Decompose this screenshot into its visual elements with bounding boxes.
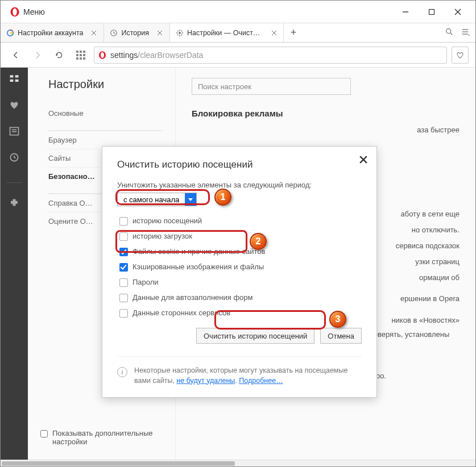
modal-close-button[interactable] (358, 155, 369, 165)
checkbox-empty-icon[interactable] (119, 278, 128, 287)
partial-text: аза быстрее (192, 124, 460, 136)
close-window-button[interactable] (445, 1, 471, 23)
checkbox-empty-icon[interactable] (119, 294, 128, 302)
svg-point-31 (101, 52, 104, 58)
address-text: settings/clearBrowserData (110, 51, 203, 60)
speed-dial-button[interactable] (72, 47, 89, 64)
tab-history[interactable]: История (104, 23, 169, 42)
tab-close-icon[interactable] (156, 29, 164, 37)
period-value: с самого начала (118, 195, 185, 204)
tab-settings-clear[interactable]: Настройки — Очистить и… (170, 23, 284, 42)
reload-button[interactable] (51, 47, 68, 64)
checkbox-checked-icon[interactable] (119, 263, 128, 272)
modal-title: Очистить историю посещений (117, 159, 362, 170)
svg-point-1 (13, 8, 17, 15)
svg-point-23 (446, 28, 451, 33)
adblock-heading: Блокировка рекламы (192, 109, 460, 118)
check-autofill[interactable]: Данные для автозаполнения форм (119, 293, 362, 302)
check-passwords[interactable]: Пароли (119, 278, 362, 287)
checkbox-empty-icon[interactable] (119, 309, 128, 318)
maximize-button[interactable] (419, 1, 445, 23)
opera-logo-icon (10, 7, 20, 17)
svg-rect-34 (10, 80, 14, 82)
tabstrip: Настройки аккаунта История Настройки — О… (1, 23, 475, 43)
horizontal-scrollbar[interactable] (1, 460, 475, 466)
info-link-not-deleted[interactable]: не будут удалены (176, 377, 235, 385)
clear-browsing-data-modal: Очистить историю посещений Уничтожить ук… (102, 146, 377, 398)
info-icon: i (117, 367, 127, 377)
google-icon (6, 29, 14, 37)
checkbox-checked-icon[interactable] (119, 248, 128, 256)
titlebar: Меню (1, 1, 475, 23)
svg-point-12 (179, 32, 181, 34)
address-bar[interactable]: settings/clearBrowserData (94, 47, 447, 64)
clock-icon (110, 29, 118, 37)
tab-label: Настройки — Очистить и… (187, 29, 264, 37)
tab-label: Настройки аккаунта (18, 29, 83, 37)
svg-line-19 (177, 34, 178, 35)
show-advanced-checkbox[interactable]: Показывать дополнительные настройки (40, 429, 154, 446)
settings-title: Настройки (48, 78, 163, 91)
show-advanced-label: Показывать дополнительные настройки (52, 429, 154, 446)
tab-search-icon[interactable] (445, 27, 454, 39)
svg-marker-28 (468, 35, 470, 36)
checkbox-empty-icon[interactable] (119, 232, 128, 241)
check-thirdparty[interactable]: Данные сторонних сервисов (119, 308, 362, 318)
tab-list-icon[interactable] (461, 27, 470, 39)
clear-button[interactable]: Очистить историю посещений (196, 328, 314, 344)
tab-close-icon[interactable] (90, 29, 98, 37)
history-clock-icon[interactable] (9, 152, 20, 163)
chevron-down-icon[interactable] (185, 193, 196, 206)
svg-rect-3 (429, 9, 434, 14)
search-settings-input[interactable]: Поиск настроек (192, 78, 351, 95)
menu-label: Меню (23, 7, 45, 16)
back-button[interactable] (7, 47, 24, 64)
svg-line-24 (450, 33, 452, 35)
modal-info: i Некоторые настройки, которые могут ука… (117, 356, 362, 386)
new-tab-button[interactable]: + (284, 23, 303, 42)
check-history[interactable]: историю посещений (119, 216, 362, 226)
bookmark-heart-button[interactable] (452, 47, 469, 64)
vertical-sidebar (1, 68, 28, 461)
scrollbar-thumb[interactable] (2, 461, 235, 466)
speed-dial-icon[interactable] (9, 73, 20, 85)
gear-icon (176, 29, 184, 37)
period-dropdown[interactable]: с самого начала (117, 193, 197, 206)
svg-marker-42 (188, 198, 193, 201)
check-cache[interactable]: Кэшированные изображения и файлы (119, 262, 362, 272)
cancel-button[interactable]: Отмена (320, 328, 362, 344)
svg-rect-35 (15, 80, 19, 82)
info-link-more[interactable]: Подробнее… (239, 377, 283, 385)
checkbox-input[interactable] (40, 430, 48, 437)
svg-rect-33 (15, 75, 19, 77)
check-downloads[interactable]: историю загрузок (119, 232, 362, 241)
forward-button[interactable] (29, 47, 46, 64)
opera-menu-button[interactable]: Меню (5, 5, 49, 19)
opera-o-icon (98, 51, 107, 60)
tab-google-account[interactable]: Настройки аккаунта (1, 23, 104, 42)
tab-label: История (121, 29, 148, 37)
tab-close-icon[interactable] (271, 29, 278, 37)
checkbox-empty-icon[interactable] (119, 217, 128, 226)
modal-instruction: Уничтожить указанные элементы за следующ… (117, 181, 362, 189)
news-icon[interactable] (9, 126, 20, 137)
svg-line-17 (177, 30, 178, 31)
search-placeholder: Поиск настроек (198, 82, 251, 91)
address-row: settings/clearBrowserData (1, 43, 475, 68)
nav-basic[interactable]: Основные (48, 105, 163, 122)
extensions-icon[interactable] (9, 198, 20, 209)
check-cookies[interactable]: Файлы cookie и прочие данные сайтов (119, 247, 362, 256)
heart-icon[interactable] (9, 99, 20, 111)
svg-line-18 (181, 34, 182, 35)
svg-marker-29 (56, 54, 58, 56)
svg-line-20 (181, 30, 182, 31)
minimize-button[interactable] (392, 1, 419, 23)
svg-rect-32 (10, 75, 14, 77)
